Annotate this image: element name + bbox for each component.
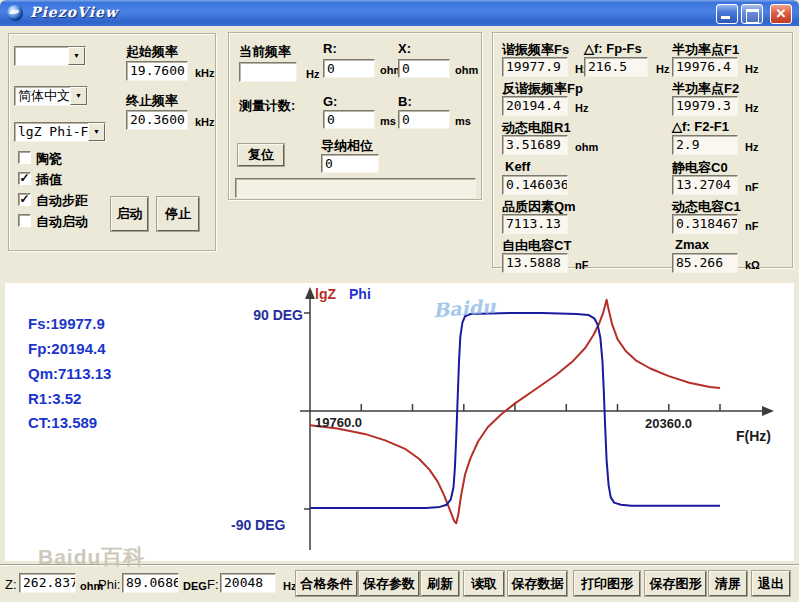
auto-start-checkbox-label: 自动启动 (36, 213, 88, 231)
watermark: Baidu (432, 295, 496, 321)
f2-field[interactable]: 19979.3 (672, 96, 738, 116)
watermark-baidu: Baidu百科 (38, 543, 145, 571)
legend-lgz: lgZ (315, 286, 336, 302)
c1-field[interactable]: 0.318467 (672, 214, 738, 234)
minimize-button[interactable] (716, 4, 738, 24)
start-freq-label: 起始频率 (126, 43, 178, 61)
start-freq-input[interactable]: 19.7600 (126, 61, 188, 81)
impedance-phase-chart: lgZ Phi 90 DEG -90 DEG 19760.0 20360.0 F… (5, 283, 794, 561)
save-data-button[interactable]: 保存数据 (508, 571, 567, 596)
z-label: Z: (5, 577, 17, 592)
phi-unit: DEG (183, 580, 207, 592)
fs-field[interactable]: 19977.9 (502, 57, 568, 77)
c1-unit: nF (745, 220, 758, 232)
start-button[interactable]: 启动 (111, 197, 148, 231)
clear-screen-button[interactable]: 清屏 (709, 571, 747, 596)
language-combobox[interactable]: 简体中文 ▼ (14, 86, 88, 106)
display-mode-combobox[interactable]: lgZ Phi-F ▼ (14, 122, 106, 142)
reset-button[interactable]: 复位 (238, 144, 284, 166)
chevron-down-icon[interactable]: ▼ (68, 47, 85, 65)
legend-phi: Phi (349, 286, 371, 302)
interpolation-checkbox[interactable] (18, 172, 31, 185)
x-unit: ohm (455, 64, 478, 76)
zmax-field[interactable]: 85.266 (672, 253, 738, 273)
r1-field[interactable]: 3.51689 (502, 135, 568, 155)
c0-field[interactable]: 13.2704 (672, 175, 738, 195)
zmax-unit: kΩ (745, 259, 760, 271)
stop-freq-unit: kHz (195, 116, 215, 128)
info-fp: Fp:20194.4 (28, 340, 106, 357)
count-label: 测量计数: (239, 97, 295, 115)
fp-field[interactable]: 20194.4 (502, 96, 568, 116)
info-ct: CT:13.589 (28, 414, 97, 431)
g-field[interactable]: 0 (323, 110, 375, 129)
b-field[interactable]: 0 (398, 110, 450, 129)
x-label: X: (398, 41, 411, 56)
read-button[interactable]: 读取 (464, 571, 504, 596)
f2-unit: Hz (745, 102, 758, 114)
refresh-button[interactable]: 刷新 (421, 571, 459, 596)
stop-freq-label: 终止频率 (126, 92, 178, 110)
delta-f2f1-unit: Hz (745, 141, 758, 153)
close-button[interactable]: ✕ (770, 4, 792, 24)
start-freq-unit: kHz (195, 67, 215, 79)
current-freq-unit: Hz (306, 68, 319, 80)
f1-field[interactable]: 19976.4 (672, 57, 738, 77)
delta-fpfs-field[interactable]: 216.5 (584, 57, 648, 77)
ceramic-checkbox[interactable] (18, 151, 31, 164)
y-label-90deg: 90 DEG (245, 307, 303, 323)
fp-unit: Hz (575, 102, 588, 114)
channel-combobox[interactable]: ▼ (14, 46, 86, 66)
info-qm: Qm:7113.13 (28, 365, 111, 382)
current-freq-label: 当前频率 (239, 43, 291, 61)
qm-field[interactable]: 7113.13 (502, 214, 568, 234)
y-label-minus90deg: -90 DEG (231, 517, 285, 533)
g-label: G: (323, 94, 337, 109)
save-graph-button[interactable]: 保存图形 (645, 571, 706, 596)
info-r1: R1:3.52 (28, 390, 81, 407)
measurement-group: 当前频率 Hz R: 0 ohm X: 0 ohm 测量计数: G: 0 ms … (228, 32, 482, 200)
display-mode-value: lgZ Phi-F (18, 124, 88, 139)
current-freq-field[interactable] (239, 62, 297, 82)
admittance-phase-field[interactable]: 0 (321, 154, 379, 173)
chevron-down-icon[interactable]: ▼ (70, 87, 87, 105)
language-combobox-value: 简体中文 (18, 88, 70, 103)
b-unit: ms (455, 115, 471, 127)
r-field[interactable]: 0 (323, 59, 375, 78)
delta-f2f1-field[interactable]: 2.9 (672, 135, 738, 155)
piezoview-window: PiezoView ✕ ▼ 起始频率 19.7600 kHz 简体中文 ▼ 终止… (0, 0, 799, 602)
z-field[interactable]: 262.837 (19, 573, 76, 593)
auto-start-checkbox[interactable] (18, 214, 31, 227)
maximize-button[interactable] (741, 4, 763, 24)
interpolation-checkbox-label: 插值 (36, 171, 62, 189)
app-icon (7, 5, 23, 21)
auto-step-checkbox[interactable] (18, 193, 31, 206)
x-field[interactable]: 0 (398, 59, 450, 78)
auto-step-checkbox-label: 自动步距 (36, 192, 88, 210)
exit-button[interactable]: 退出 (752, 571, 790, 596)
window-title: PiezoView (30, 4, 118, 20)
phi-field[interactable]: 89.0686 (122, 573, 179, 593)
x-axis-label-left: 19760.0 (315, 415, 362, 430)
print-graph-button[interactable]: 打印图形 (574, 571, 640, 596)
delta-fpfs-unit: Hz (656, 63, 669, 75)
keff-field[interactable]: 0.146036 (502, 175, 568, 195)
x-axis-label-right: 20360.0 (645, 416, 692, 431)
save-params-button[interactable]: 保存参数 (359, 571, 419, 596)
results-group: 谐振频率Fs 19977.9 Hz 反谐振频率Fp 20194.4 Hz 动态电… (492, 32, 793, 268)
chevron-down-icon[interactable]: ▼ (88, 123, 105, 141)
c0-unit: nF (745, 181, 758, 193)
ct-field[interactable]: 13.5888 (502, 253, 568, 273)
r1-unit: ohm (575, 141, 598, 153)
stop-button[interactable]: 停止 (157, 197, 199, 231)
qualify-condition-button[interactable]: 合格条件 (296, 571, 357, 596)
zmax-label: Zmax (675, 237, 709, 252)
ct-unit: nF (575, 259, 588, 271)
delta-f2f1-label: △f: F2-F1 (672, 119, 729, 134)
phi-label: Phi: (98, 577, 120, 592)
g-unit: ms (380, 115, 396, 127)
admittance-phase-label: 导纳相位 (321, 137, 373, 155)
f-field[interactable]: 20048 (220, 573, 276, 593)
b-label: B: (398, 94, 412, 109)
stop-freq-input[interactable]: 20.3600 (126, 110, 188, 130)
